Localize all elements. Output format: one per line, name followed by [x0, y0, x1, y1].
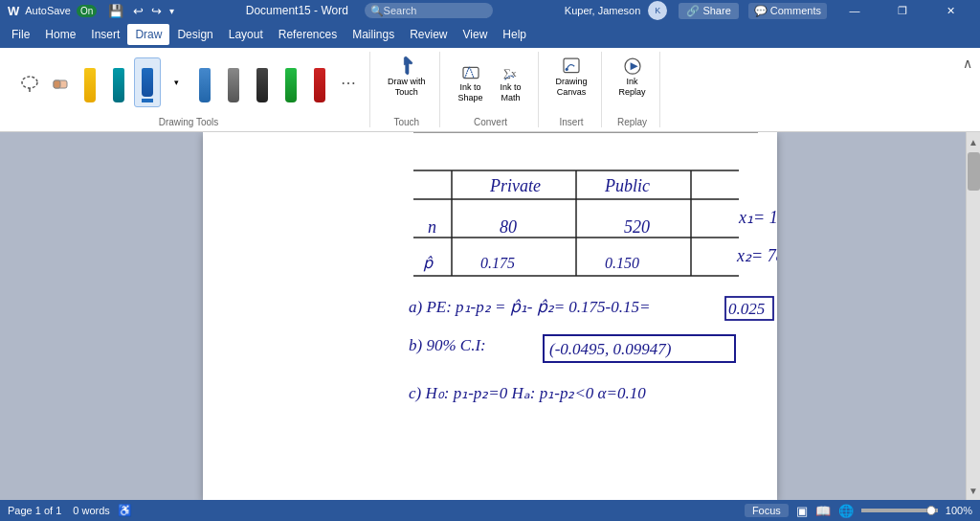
user-avatar[interactable]: K [648, 1, 667, 20]
view-normal-btn[interactable]: ▣ [796, 504, 808, 518]
pen-red-btn[interactable] [306, 57, 333, 107]
lasso-icon [20, 73, 39, 92]
save-icon[interactable]: 💾 [108, 4, 123, 18]
menu-insert[interactable]: Insert [83, 24, 127, 45]
search-icon: 🔍 [370, 5, 384, 17]
scroll-up-btn[interactable]: ▲ [967, 132, 980, 151]
draw-touch-btn[interactable]: Draw withTouch [382, 52, 432, 102]
svg-rect-3 [54, 80, 60, 88]
status-bar: Page 1 of 1 0 words ♿ Focus ▣ 📖 🌐 100% [0, 500, 980, 521]
menu-references[interactable]: References [271, 24, 345, 45]
document-area: Private Public n 80 520 p̂ 0.175 0.150 x… [0, 132, 980, 500]
touch-group: Draw withTouch Touch [374, 52, 440, 127]
pen-red-icon [314, 68, 325, 102]
search-placeholder[interactable]: Search [384, 5, 417, 16]
view-read-btn[interactable]: 📖 [815, 504, 831, 518]
minimize-btn[interactable]: — [833, 0, 877, 21]
ink-to-shape-btn[interactable]: Ink toShape [452, 57, 490, 107]
document-page: Private Public n 80 520 p̂ 0.175 0.150 x… [203, 132, 777, 500]
zoom-slider[interactable] [861, 509, 938, 512]
menu-layout[interactable]: Layout [221, 24, 271, 45]
insert-group: DrawingCanvas Insert [543, 52, 602, 127]
menu-view[interactable]: View [456, 24, 496, 45]
pen-green-btn[interactable] [278, 57, 304, 107]
draw-touch-icon [395, 56, 418, 77]
ink-to-shape-icon [457, 61, 484, 82]
menu-design[interactable]: Design [169, 24, 220, 45]
pen-blue2-btn[interactable] [191, 57, 218, 107]
touch-label: Touch [393, 113, 419, 127]
eraser-btn[interactable] [46, 57, 75, 107]
replay-group: InkReplay Replay [606, 52, 660, 127]
accessibility-icon[interactable]: ♿ [118, 504, 132, 517]
restore-btn[interactable]: ❐ [880, 0, 924, 21]
focus-btn[interactable]: Focus [745, 504, 789, 517]
title-bar-left: W AutoSave On 💾 ↩ ↪ ▾ [8, 4, 174, 18]
convert-label: Convert [474, 113, 507, 127]
menu-help[interactable]: Help [495, 24, 534, 45]
pen-dropdown-btn[interactable]: ▾ [163, 57, 189, 107]
scroll-down-btn[interactable]: ▼ [967, 481, 980, 500]
doc-title: Document15 - Word [246, 4, 348, 17]
svg-text:(-0.0495, 0.09947): (-0.0495, 0.09947) [549, 340, 672, 358]
ink-to-math-btn[interactable]: ∑x Ink toMath [492, 57, 530, 107]
svg-text:0.175: 0.175 [480, 255, 515, 271]
replay-label-grp: Replay [617, 113, 647, 127]
convert-row: Ink toShape ∑x Ink toMath [452, 52, 530, 113]
autosave-state[interactable]: On [77, 5, 97, 17]
pen-color-indicator [142, 99, 153, 102]
comments-button[interactable]: 💬 Comments [748, 3, 827, 19]
pen-gray-btn[interactable] [220, 57, 247, 107]
word-logo-icon: W [8, 4, 19, 18]
autosave-toggle[interactable]: On [77, 4, 97, 17]
menu-mailings[interactable]: Mailings [345, 24, 402, 45]
ink-replay-icon [619, 56, 646, 77]
zoom-level[interactable]: 100% [946, 505, 972, 516]
pen-teal-icon [113, 68, 124, 102]
pen-yellow-icon [84, 68, 96, 102]
redo-btn[interactable]: ↪ [151, 4, 162, 18]
scroll-thumb[interactable] [968, 152, 980, 191]
menu-home[interactable]: Home [37, 24, 83, 45]
pen-blue-icon [142, 68, 153, 97]
zoom-thumb[interactable] [926, 506, 936, 515]
pen-blue-btn[interactable] [134, 57, 161, 107]
svg-text:a) PE:  p₁-p₂ = p̂₁- p̂₂= 0.17: a) PE: p₁-p₂ = p̂₁- p̂₂= 0.175-0.15= [409, 298, 651, 316]
drawing-canvas-icon [558, 56, 585, 77]
pen-blue2-icon [199, 68, 211, 102]
toolbar: ▾ ⋯ Drawing [0, 48, 980, 132]
close-btn[interactable]: ✕ [928, 0, 972, 21]
ink-shape-label: Ink toShape [458, 82, 483, 103]
svg-text:520: 520 [624, 217, 650, 237]
svg-text:x₂= 78: x₂= 78 [736, 246, 777, 265]
svg-text:b) 90%  C.I:: b) 90% C.I: [409, 336, 486, 354]
menu-file[interactable]: File [4, 24, 37, 45]
lasso-select-btn[interactable] [15, 57, 44, 107]
user-name: Kuper, Jameson [565, 5, 641, 16]
pen-teal-btn[interactable] [105, 57, 132, 107]
undo-btn[interactable]: ↩ [133, 4, 144, 18]
menu-review[interactable]: Review [402, 24, 455, 45]
share-button[interactable]: 🔗 Share [679, 3, 738, 19]
view-web-btn[interactable]: 🌐 [838, 504, 854, 518]
drawing-canvas-btn[interactable]: DrawingCanvas [550, 52, 593, 102]
canvas-label: DrawingCanvas [556, 77, 588, 98]
svg-text:∑x: ∑x [503, 67, 517, 79]
ink-to-math-icon: ∑x [498, 61, 524, 82]
vertical-scrollbar[interactable]: ▲ ▼ [966, 132, 980, 500]
svg-text:Private: Private [489, 176, 541, 195]
collapse-ribbon-btn[interactable]: ∧ [963, 56, 972, 71]
ink-replay-btn[interactable]: InkReplay [613, 52, 652, 102]
pen-dark-btn[interactable] [249, 57, 276, 107]
status-bar-right: Focus ▣ 📖 🌐 100% [745, 504, 972, 518]
more-pens-btn[interactable]: ⋯ [335, 57, 362, 107]
menu-draw[interactable]: Draw [127, 24, 169, 45]
pen-green-icon [285, 68, 297, 102]
pen-dark-icon [256, 68, 268, 102]
svg-text:0.150: 0.150 [605, 255, 639, 271]
svg-text:Public: Public [604, 176, 650, 195]
svg-text:80: 80 [500, 217, 517, 237]
pen-yellow-btn[interactable] [77, 57, 103, 107]
svg-text:0.025: 0.025 [728, 300, 765, 318]
svg-marker-9 [630, 62, 637, 70]
